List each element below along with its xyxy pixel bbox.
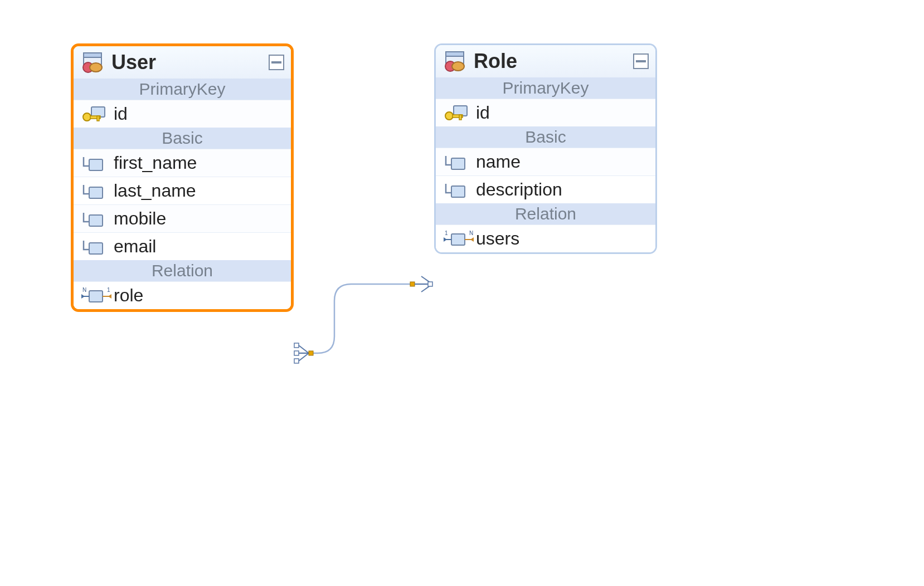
field-row[interactable]: last_name (74, 177, 291, 204)
entity-icon (442, 50, 466, 73)
relation-icon: 1 N (442, 229, 468, 248)
field-label: description (476, 179, 649, 200)
svg-rect-1 (294, 351, 299, 355)
svg-rect-11 (428, 282, 432, 286)
svg-rect-24 (89, 243, 103, 254)
svg-marker-47 (444, 237, 447, 242)
field-row[interactable]: first_name (74, 149, 291, 177)
svg-rect-27 (89, 291, 103, 302)
svg-line-5 (299, 353, 309, 361)
svg-text:1: 1 (107, 287, 110, 293)
svg-rect-20 (97, 116, 99, 121)
entity-role[interactable]: Role PrimaryKey id Basic name (434, 43, 657, 254)
field-label: email (114, 236, 284, 257)
svg-marker-29 (81, 294, 85, 299)
svg-line-10 (421, 284, 432, 292)
section-header-relation: Relation (436, 203, 655, 224)
field-row[interactable]: name (436, 148, 655, 175)
svg-text:N: N (82, 287, 86, 293)
field-icon (80, 182, 106, 201)
svg-point-15 (90, 63, 102, 72)
svg-rect-6 (309, 351, 313, 355)
entity-user[interactable]: User PrimaryKey id Basic first_name (71, 43, 294, 312)
svg-rect-21 (89, 159, 103, 170)
field-icon (442, 180, 468, 199)
section-header-relation: Relation (74, 260, 291, 281)
relation-row[interactable]: 1 N users (436, 224, 655, 252)
field-label: mobile (114, 208, 284, 229)
entity-icon (80, 51, 104, 74)
svg-rect-2 (294, 359, 299, 363)
field-icon (80, 237, 106, 256)
entity-title: User (111, 51, 269, 74)
relation-icon: N 1 (80, 286, 106, 305)
collapse-button[interactable] (269, 55, 284, 70)
field-icon (80, 209, 106, 228)
field-label: name (476, 152, 649, 172)
field-icon (442, 153, 468, 172)
svg-rect-36 (636, 60, 646, 62)
section-header-primarykey: PrimaryKey (74, 79, 291, 100)
field-label: id (114, 104, 284, 124)
field-label: users (476, 228, 649, 249)
svg-point-18 (83, 113, 91, 121)
diagram-canvas[interactable]: User PrimaryKey id Basic first_name (0, 0, 924, 586)
entity-header[interactable]: Role (436, 45, 655, 77)
svg-line-3 (299, 345, 309, 353)
section-header-primarykey: PrimaryKey (436, 77, 655, 99)
svg-text:1: 1 (445, 230, 448, 236)
svg-rect-0 (294, 343, 299, 348)
field-label: id (476, 102, 649, 123)
entity-header[interactable]: User (74, 46, 291, 79)
svg-rect-23 (89, 215, 103, 226)
svg-rect-42 (451, 186, 465, 197)
field-label: role (114, 285, 284, 306)
svg-rect-41 (451, 158, 465, 169)
section-header-basic: Basic (74, 128, 291, 149)
svg-rect-33 (446, 52, 464, 56)
svg-rect-45 (451, 234, 465, 245)
svg-rect-16 (271, 61, 281, 64)
svg-point-38 (445, 112, 453, 120)
field-row[interactable]: id (74, 100, 291, 128)
section-header-basic: Basic (436, 126, 655, 148)
field-row[interactable]: description (436, 175, 655, 203)
svg-point-35 (452, 62, 464, 71)
svg-rect-7 (410, 282, 415, 286)
primary-key-icon (80, 105, 106, 124)
entity-title: Role (474, 50, 633, 73)
svg-rect-40 (459, 115, 461, 120)
field-row[interactable]: mobile (74, 204, 291, 232)
svg-rect-13 (84, 53, 101, 57)
svg-line-9 (421, 276, 432, 284)
svg-text:N: N (469, 230, 473, 236)
svg-rect-22 (89, 187, 103, 198)
svg-marker-49 (470, 237, 474, 242)
field-row[interactable]: email (74, 232, 291, 260)
relation-row[interactable]: N 1 role (74, 281, 291, 309)
collapse-button[interactable] (633, 53, 649, 69)
field-icon (80, 154, 106, 173)
primary-key-icon (442, 104, 468, 123)
field-label: first_name (114, 153, 284, 173)
svg-marker-31 (108, 294, 111, 299)
field-row[interactable]: id (436, 99, 655, 126)
field-label: last_name (114, 180, 284, 201)
